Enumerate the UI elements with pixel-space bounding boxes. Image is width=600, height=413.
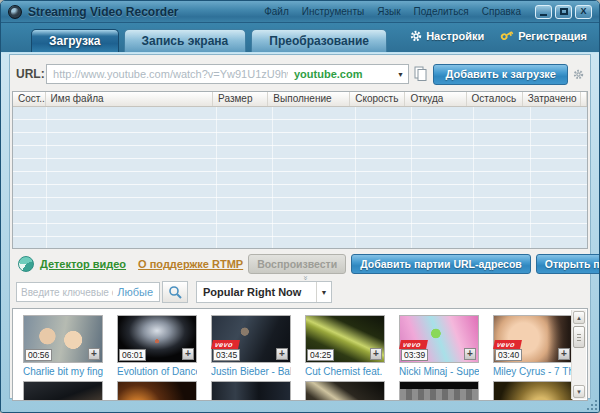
app-window: Streaming Video Recorder ФайлИнструменты… xyxy=(0,0,600,413)
column-header[interactable]: Затрачено xyxy=(523,92,581,106)
close-button[interactable]: X xyxy=(575,5,592,19)
window-title: Streaming Video Recorder xyxy=(28,5,179,19)
add-video-button[interactable]: + xyxy=(276,348,288,360)
duration-badge: 03:39 xyxy=(401,349,428,361)
video-card[interactable]: vevo03:39+Nicki Minaj - Super Bass xyxy=(399,315,479,377)
close-icon: X xyxy=(580,7,586,16)
video-thumbnail[interactable]: vevo03:39+ xyxy=(399,315,479,363)
registration-button[interactable]: Регистрация xyxy=(500,29,587,42)
gallery-scrollbar[interactable]: ▲ ▼ xyxy=(571,310,586,399)
category-label: Popular Right Now xyxy=(197,286,316,298)
video-card[interactable]: 00:56+Charlie bit my finger -... xyxy=(23,315,103,377)
window-controls: X xyxy=(535,5,592,19)
small-gear-icon xyxy=(573,69,584,80)
downloads-table: Сост...Имя файлаРазмерВыполнениеСкорость… xyxy=(12,91,588,249)
url-input[interactable] xyxy=(47,68,294,80)
rtmp-support-link[interactable]: О поддержке RTMP xyxy=(138,258,243,270)
column-separator xyxy=(411,107,412,248)
video-title[interactable]: Justin Bieber - Baby f... xyxy=(211,366,291,377)
settings-label: Настройки xyxy=(426,30,484,42)
video-title[interactable]: Evolution of Dance - ... xyxy=(117,366,197,377)
video-thumbnail[interactable]: 00:56+ xyxy=(23,315,103,363)
video-thumbnail[interactable]: vevo03:40+ xyxy=(493,315,573,363)
table-body[interactable] xyxy=(13,107,587,248)
duration-badge: 00:56 xyxy=(25,349,52,361)
scrollbar-thumb[interactable] xyxy=(573,326,585,348)
settings-button[interactable]: Настройки xyxy=(410,30,484,42)
column-header[interactable]: Скорость xyxy=(350,92,405,106)
scroll-down-button[interactable]: ▼ xyxy=(573,385,585,398)
maximize-button[interactable] xyxy=(555,5,572,19)
duration-badge: 03:45 xyxy=(213,349,240,361)
tabs: ЗагрузкаЗапись экранаПреобразование xyxy=(31,29,392,52)
content-area: URL: youtube.com ▼ Добавить к загрузке С… xyxy=(9,54,591,399)
add-video-button[interactable]: + xyxy=(182,348,194,360)
menu-item[interactable]: Файл xyxy=(264,6,289,17)
video-title[interactable]: Cut Chemist feat. Hy... xyxy=(305,366,385,377)
video-thumbnail[interactable] xyxy=(399,381,479,401)
key-icon xyxy=(498,26,517,44)
column-separator xyxy=(216,107,217,248)
keyword-search-input[interactable] xyxy=(17,287,117,298)
video-thumbnail[interactable]: 06:01+ xyxy=(117,315,197,363)
action-row: Детектор видео О поддержке RTMP Воспроиз… xyxy=(18,251,570,277)
chevron-down-icon[interactable]: ▼ xyxy=(316,282,331,302)
column-header[interactable]: Выполнение xyxy=(268,92,350,106)
video-cards-row: 00:56+Charlie bit my finger -...06:01+Ev… xyxy=(23,315,573,377)
video-thumbnail[interactable] xyxy=(493,381,573,401)
minimize-button[interactable] xyxy=(535,5,552,19)
column-header[interactable]: Сост... xyxy=(13,92,46,106)
video-thumbnail[interactable]: vevo03:45+ xyxy=(211,315,291,363)
add-video-button[interactable]: + xyxy=(558,348,570,360)
table-header-row: Сост...Имя файлаРазмерВыполнениеСкорость… xyxy=(13,92,587,107)
url-settings-button[interactable] xyxy=(573,69,584,80)
menu-item[interactable]: Справка xyxy=(482,6,521,17)
play-button[interactable]: Воспроизвести xyxy=(248,254,346,274)
scroll-up-button[interactable]: ▲ xyxy=(573,311,585,324)
video-detector-link[interactable]: Детектор видео xyxy=(40,258,126,270)
tab-screen-record[interactable]: Запись экрана xyxy=(124,29,247,52)
video-card[interactable]: 06:01+Evolution of Dance - ... xyxy=(117,315,197,377)
resize-grip[interactable] xyxy=(587,400,597,410)
column-header[interactable]: Откуда xyxy=(405,92,466,106)
video-title[interactable]: Nicki Minaj - Super Bass xyxy=(399,366,479,377)
video-thumbnail[interactable] xyxy=(23,381,103,401)
add-video-button[interactable]: + xyxy=(88,348,100,360)
vevo-badge: vevo xyxy=(493,340,522,349)
video-card[interactable]: 04:25+Cut Chemist feat. Hy... xyxy=(305,315,385,377)
column-separator xyxy=(46,107,47,248)
video-thumbnail[interactable] xyxy=(305,381,385,401)
search-button[interactable] xyxy=(162,281,188,303)
category-dropdown[interactable]: Popular Right Now ▼ xyxy=(196,281,332,303)
add-video-button[interactable]: + xyxy=(370,348,382,360)
video-card[interactable]: vevo03:45+Justin Bieber - Baby f... xyxy=(211,315,291,377)
column-header[interactable]: Размер xyxy=(213,92,268,106)
menu-item[interactable]: Поделиться xyxy=(414,6,469,17)
column-header[interactable]: Имя файла xyxy=(46,92,214,106)
video-thumbnail[interactable] xyxy=(117,381,197,401)
header-actions: Настройки Регистрация xyxy=(410,29,587,42)
url-bar: URL: youtube.com ▼ Добавить к загрузке xyxy=(16,62,584,86)
video-title[interactable]: Charlie bit my finger -... xyxy=(23,366,103,377)
column-separator xyxy=(530,107,531,248)
tab-download[interactable]: Загрузка xyxy=(31,29,119,52)
title-bar: Streaming Video Recorder ФайлИнструменты… xyxy=(1,1,599,23)
menu-item[interactable]: Инструменты xyxy=(302,6,364,17)
site-dropdown-arrow[interactable]: ▼ xyxy=(392,71,408,78)
add-video-button[interactable]: + xyxy=(464,348,476,360)
add-to-download-button[interactable]: Добавить к загрузке xyxy=(433,64,568,85)
video-thumbnail[interactable] xyxy=(211,381,291,401)
batch-add-urls-button[interactable]: Добавить партии URL-адресов xyxy=(351,254,531,274)
column-separator xyxy=(355,107,356,248)
open-folder-button[interactable]: Открыть папку xyxy=(536,254,600,274)
tab-convert[interactable]: Преобразование xyxy=(251,29,387,52)
video-thumbnail[interactable]: 04:25+ xyxy=(305,315,385,363)
column-header[interactable]: Осталось xyxy=(467,92,523,106)
paste-url-button[interactable] xyxy=(414,66,427,82)
search-filter-dropdown[interactable]: Любые xyxy=(117,286,159,298)
video-card[interactable]: vevo03:40+Miley Cyrus - 7 Things xyxy=(493,315,573,377)
menu-item[interactable]: Язык xyxy=(377,6,400,17)
menu-bar: ФайлИнструментыЯзыкПоделитьсяСправка xyxy=(264,6,521,17)
search-icon xyxy=(168,285,182,299)
video-title[interactable]: Miley Cyrus - 7 Things xyxy=(493,366,573,377)
